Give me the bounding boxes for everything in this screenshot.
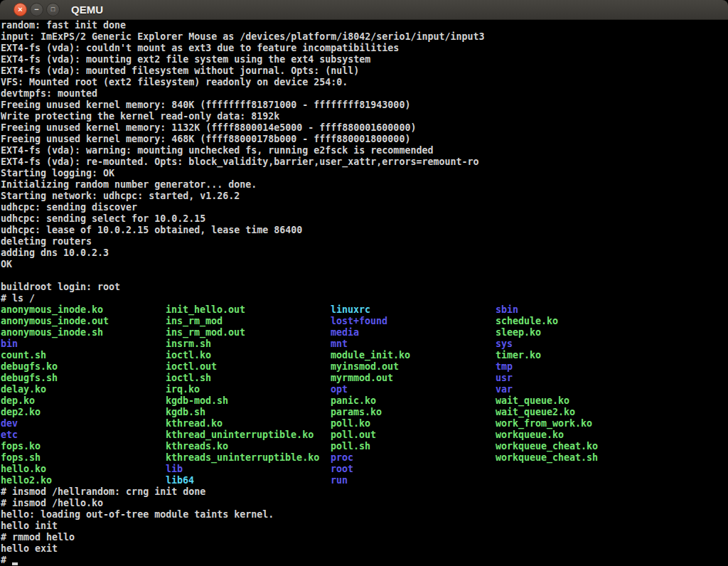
console-text: hello exit [1, 543, 58, 554]
console-line: Starting logging: OK [1, 168, 728, 179]
file-entry: hello.ko [1, 464, 166, 475]
console-text: udhcpc: sending discover [1, 202, 137, 213]
console-line: dep.kokgdb-mod.shpanic.kowait_queue.ko [1, 395, 728, 407]
console-line: fops.shkthreads_uninterruptible.koprocwo… [1, 452, 728, 464]
file-entry: opt [331, 384, 496, 395]
file-entry: debugfs.ko [1, 361, 166, 373]
console-line: anonymous_inode.koinit_hello.outlinuxrcs… [1, 304, 728, 316]
file-entry: poll.out [331, 429, 496, 441]
file-entry: ins_rm_mod [166, 316, 331, 327]
file-entry: workqueue_cheat.ko [496, 441, 598, 452]
console-text: Initializing random number generator... … [1, 179, 257, 190]
file-entry: params.ko [331, 407, 496, 418]
file-entry: sleep.ko [496, 327, 541, 338]
console-line: # insmod /hello.ko [1, 498, 728, 509]
file-entry: kgdb-mod.sh [166, 395, 331, 407]
file-entry: insrm.sh [166, 338, 331, 350]
console-line: # ls / [1, 293, 728, 304]
file-entry: schedule.ko [496, 316, 558, 326]
console-line: # [1, 555, 728, 566]
console-text: udhcpc: lease of 10.0.2.15 obtained, lea… [1, 225, 302, 235]
close-button[interactable]: × [14, 3, 27, 16]
file-entry: ioctl.ko [166, 350, 331, 361]
console-line: Freeing unused kernel memory: 468K (ffff… [1, 134, 728, 145]
file-entry: root [331, 464, 353, 474]
file-entry: anonymous_inode.sh [1, 327, 166, 338]
console-line: hello init [1, 520, 728, 532]
file-entry: wait_queue.ko [496, 395, 569, 406]
console-line: count.shioctl.komodule_init.kotimer.ko [1, 350, 728, 361]
console-text: OK [1, 259, 12, 269]
minimize-icon: − [34, 6, 38, 14]
console-line: # rmmod hello [1, 532, 728, 543]
file-entry: ioctl.sh [166, 373, 331, 384]
terminal-cursor [12, 555, 18, 565]
file-entry: lib64 [166, 475, 331, 486]
console-line: delay.koirq.kooptvar [1, 384, 728, 395]
file-entry: anonymous_inode.ko [1, 304, 166, 316]
console-line: dep2.kokgdb.shparams.kowait_queue2.ko [1, 407, 728, 418]
console-text: Freeing unused kernel memory: 840K (ffff… [1, 100, 410, 110]
console-line: udhcpc: sending discover [1, 202, 728, 213]
console-line: bininsrm.shmntsys [1, 338, 728, 350]
console-line: buildroot login: root [1, 282, 728, 293]
file-entry: fops.ko [1, 441, 166, 452]
console-line: Starting network: udhcpc: started, v1.26… [1, 191, 728, 202]
file-entry: proc [331, 452, 496, 464]
console-line: debugfs.koioctl.outmyinsmod.outtmp [1, 361, 728, 373]
console-line: EXT4-fs (vda): mounted filesystem withou… [1, 65, 728, 77]
console-text: # insmod /hellrandom: crng init done [1, 486, 205, 497]
file-entry: wait_queue2.ko [496, 407, 575, 417]
console-line: EXT4-fs (vda): mounting ext2 file system… [1, 54, 728, 65]
file-entry: ioctl.out [166, 361, 331, 373]
file-entry: work_from_work.ko [496, 418, 592, 429]
file-entry: kthread.ko [166, 418, 331, 429]
console-line: random: fast init done [1, 20, 728, 31]
console-line: hello: loading out-of-tree module taints… [1, 509, 728, 520]
console-line: udhcpc: lease of 10.0.2.15 obtained, lea… [1, 225, 728, 236]
titlebar[interactable]: × − □ QEMU [0, 0, 728, 20]
console-text: Starting network: udhcpc: started, v1.26… [1, 191, 240, 201]
console-line: VFS: Mounted root (ext2 filesystem) read… [1, 77, 728, 88]
console-line: OK [1, 259, 728, 270]
file-entry: mnt [331, 338, 496, 350]
console-line: etckthread_uninterruptible.kopoll.outwor… [1, 429, 728, 441]
file-entry: debugfs.sh [1, 373, 166, 384]
qemu-window: × − □ QEMU random: fast init doneinput: … [0, 0, 728, 566]
console-line: Freeing unused kernel memory: 1132K (fff… [1, 122, 728, 134]
console-text: buildroot login: root [1, 282, 120, 292]
file-entry: dev [1, 418, 166, 429]
file-entry: kthreads_uninterruptible.ko [166, 452, 331, 464]
console-text: Freeing unused kernel memory: 1132K (fff… [1, 122, 416, 133]
file-entry: dep.ko [1, 395, 166, 407]
console-line: fops.kokthreads.kopoll.shworkqueue_cheat… [1, 441, 728, 452]
file-entry: usr [496, 373, 513, 383]
console-text: Starting logging: OK [1, 168, 114, 178]
console-line: anonymous_inode.shins_rm_mod.outmediasle… [1, 327, 728, 338]
console-text: VFS: Mounted root (ext2 filesystem) read… [1, 77, 348, 87]
file-entry: sys [496, 338, 513, 349]
console-line: udhcpc: sending select for 10.0.2.15 [1, 213, 728, 225]
console-text: # insmod /hello.ko [1, 498, 103, 508]
file-entry: run [331, 475, 348, 486]
console-text: deleting routers [1, 236, 92, 247]
file-entry: lib [166, 464, 331, 475]
minimize-button[interactable]: − [30, 3, 43, 16]
file-entry: poll.sh [331, 441, 496, 452]
console-line: Initializing random number generator... … [1, 179, 728, 191]
console-text: hello init [1, 520, 58, 531]
maximize-button[interactable]: □ [46, 3, 60, 16]
console-line: devtmpfs: mounted [1, 88, 728, 100]
file-entry: myrmmod.out [331, 373, 496, 384]
terminal-screen[interactable]: random: fast init doneinput: ImExPS/2 Ge… [0, 20, 728, 566]
console-text: random: fast init done [1, 20, 126, 31]
file-entry: ins_rm_mod.out [166, 327, 331, 338]
file-entry: myinsmod.out [331, 361, 496, 373]
console-text: # [1, 555, 12, 565]
file-entry: module_init.ko [331, 350, 496, 361]
console-line: Write protecting the kernel read-only da… [1, 111, 728, 122]
file-entry: anonymous_inode.out [1, 316, 166, 327]
console-line: # insmod /hellrandom: crng init done [1, 486, 728, 498]
console-line: hello exit [1, 543, 728, 555]
file-entry: kgdb.sh [166, 407, 331, 418]
